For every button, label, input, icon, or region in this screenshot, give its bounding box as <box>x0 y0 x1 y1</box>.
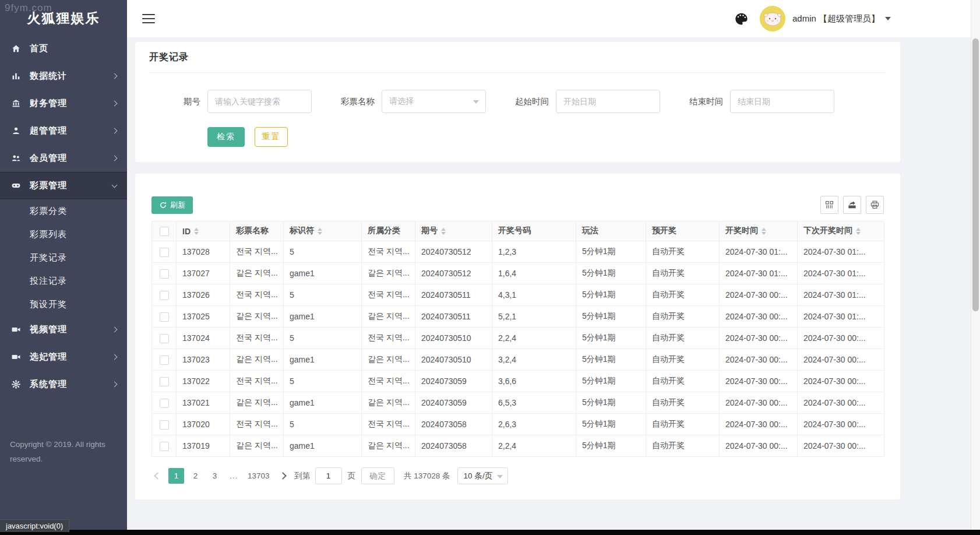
user-avatar[interactable] <box>760 6 785 31</box>
sidebar-subitem-preset-draw[interactable]: 预设开奖 <box>0 293 127 316</box>
row-select-cell <box>152 371 177 392</box>
search-button[interactable]: 检索 <box>207 127 245 147</box>
gamepad-icon <box>10 181 21 191</box>
bar-chart-icon <box>10 71 21 82</box>
filter-columns-icon[interactable] <box>820 196 838 214</box>
sidebar-item-home[interactable]: 首页 <box>0 35 127 62</box>
prev-page-icon[interactable] <box>154 472 161 480</box>
page-button[interactable]: 13703 <box>245 468 272 484</box>
page-size-select[interactable]: 10 条/页 <box>457 467 509 484</box>
cell-identifier: 5 <box>284 241 362 263</box>
sidebar-item-concubine[interactable]: 选妃管理 <box>0 343 127 371</box>
cell-next-draw-time: 2024-07-30 01:... <box>798 263 884 284</box>
theme-palette-icon[interactable] <box>734 11 749 26</box>
issue-search-input[interactable] <box>207 90 312 113</box>
row-checkbox[interactable] <box>160 356 169 365</box>
cell-identifier: game1 <box>284 263 362 284</box>
cell-next-draw-time: 2024-07-30 01:... <box>798 306 884 328</box>
scrollbar-thumb[interactable] <box>972 38 979 311</box>
sort-icon[interactable] <box>856 228 861 235</box>
sidebar-item-label: 财务管理 <box>30 98 67 109</box>
cell-issue: 2024073059 <box>415 392 492 414</box>
row-select-cell <box>152 392 177 414</box>
column-header-id[interactable]: ID <box>177 221 230 241</box>
lottery-name-select[interactable]: 请选择 <box>382 90 486 113</box>
page-button[interactable]: 1 <box>168 468 184 484</box>
page-ellipsis: ... <box>226 468 242 484</box>
goto-confirm-button[interactable]: 确定 <box>361 467 394 484</box>
page-button[interactable]: 3 <box>207 468 223 484</box>
chevron-right-icon <box>112 327 118 333</box>
vertical-scrollbar[interactable] <box>971 0 980 530</box>
export-icon[interactable] <box>843 196 861 214</box>
sidebar-item-label: 会员管理 <box>30 153 67 164</box>
current-user-label[interactable]: admin 【超级管理员】 <box>792 13 880 24</box>
sidebar-subitem-bet-records[interactable]: 投注记录 <box>0 269 127 293</box>
start-date-input[interactable] <box>556 90 660 113</box>
row-checkbox[interactable] <box>160 420 169 430</box>
row-checkbox[interactable] <box>160 442 169 451</box>
sort-icon[interactable] <box>762 228 766 235</box>
cell-category: 전국 지역... <box>362 284 415 306</box>
column-header-identifier[interactable]: 标识符 <box>284 221 362 241</box>
sidebar-item-system[interactable]: 系统管理 <box>0 371 127 398</box>
cell-pre-draw: 自动开奖 <box>646 371 720 392</box>
cell-identifier: game1 <box>284 435 362 457</box>
filter-group-lottery-name: 彩票名称 请选择 <box>323 90 486 113</box>
sidebar-item-video[interactable]: 视频管理 <box>0 316 127 343</box>
page-button[interactable]: 2 <box>188 468 203 484</box>
column-header-issue[interactable]: 期号 <box>415 221 492 241</box>
next-page-icon[interactable] <box>279 472 287 480</box>
filter-group-start-time: 起始时间 <box>498 90 660 113</box>
sidebar-item-statistics[interactable]: 数据统计 <box>0 62 127 90</box>
select-all-checkbox[interactable] <box>160 227 169 236</box>
sidebar-item-members[interactable]: 会员管理 <box>0 145 127 172</box>
table-row: 137024전국 지역...5전국 지역...202407305102,2,45… <box>152 328 884 349</box>
cell-issue: 20240730511 <box>415 306 492 328</box>
menu-toggle-icon[interactable] <box>142 11 155 26</box>
chevron-right-icon <box>112 101 118 107</box>
cell-next-draw-time: 2024-07-30 01:... <box>798 241 884 263</box>
end-date-input[interactable] <box>730 90 834 113</box>
column-header-next-draw-time[interactable]: 下次开奖时间 <box>798 221 884 241</box>
chevron-right-icon <box>112 382 118 388</box>
refresh-button[interactable]: 刷新 <box>151 196 193 214</box>
row-checkbox[interactable] <box>160 399 169 408</box>
row-checkbox[interactable] <box>160 269 169 279</box>
user-icon <box>10 126 21 136</box>
sort-icon[interactable] <box>441 228 446 235</box>
user-menu-caret-icon[interactable] <box>885 17 891 20</box>
row-checkbox[interactable] <box>160 334 169 343</box>
cell-draw-time: 2024-07-30 00:... <box>720 435 798 457</box>
sidebar-subitem-lottery-category[interactable]: 彩票分类 <box>0 199 127 223</box>
select-caret-icon <box>497 475 503 478</box>
sort-icon[interactable] <box>318 228 322 235</box>
sort-icon[interactable] <box>194 228 199 235</box>
row-checkbox[interactable] <box>160 377 169 386</box>
print-icon[interactable] <box>866 196 884 214</box>
sidebar-item-lottery[interactable]: 彩票管理 <box>0 172 127 199</box>
cell-next-draw-time: 2024-07-30 00:... <box>798 435 884 457</box>
cell-pre-draw: 自动开奖 <box>646 349 720 371</box>
sidebar-subitem-lottery-list[interactable]: 彩票列表 <box>0 223 127 246</box>
cell-draw-time: 2024-07-30 00:... <box>720 284 798 306</box>
row-checkbox[interactable] <box>160 291 169 300</box>
cell-category: 같은 지역... <box>362 435 415 457</box>
sidebar-subitem-draw-records[interactable]: 开奖记录 <box>0 246 127 269</box>
table-row: 137023같은 지역...game1같은 지역...202407305103,… <box>152 349 884 371</box>
column-header-draw-time[interactable]: 开奖时间 <box>720 221 798 241</box>
top-header: admin 【超级管理员】 <box>127 0 971 37</box>
select-placeholder: 请选择 <box>389 96 414 107</box>
sidebar-item-finance[interactable]: 财务管理 <box>0 90 127 117</box>
reset-button[interactable]: 重置 <box>255 127 288 147</box>
filter-group-end-time: 结束时间 <box>672 90 834 113</box>
row-checkbox[interactable] <box>160 312 169 322</box>
row-checkbox[interactable] <box>160 248 169 257</box>
cell-id: 137022 <box>177 371 230 392</box>
table-toolbar: 刷新 <box>151 196 884 214</box>
cell-draw-time: 2024-07-30 00:... <box>720 414 798 435</box>
cell-pre-draw: 自动开奖 <box>646 392 720 414</box>
goto-page-input[interactable] <box>315 467 342 484</box>
sidebar-item-super-admin[interactable]: 超管管理 <box>0 117 127 145</box>
table-row: 137026전국 지역...5전국 지역...202407305114,3,15… <box>152 284 884 306</box>
